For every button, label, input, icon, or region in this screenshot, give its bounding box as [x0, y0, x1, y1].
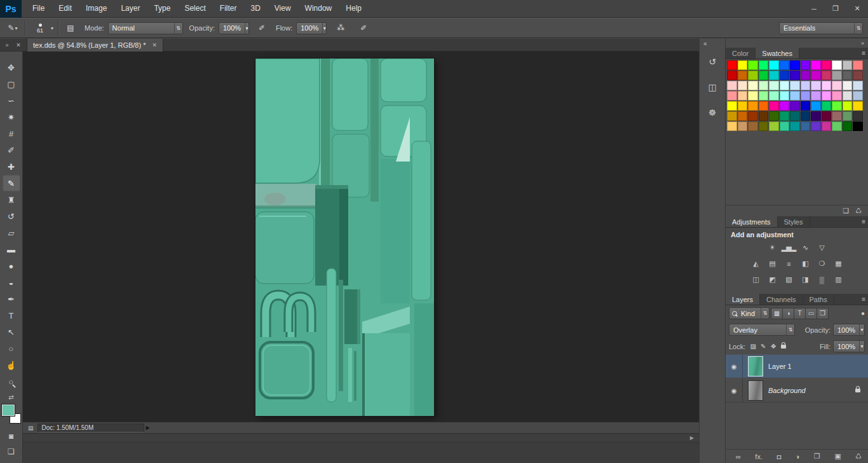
color-swatch[interactable] — [811, 81, 821, 90]
layer-effects-icon[interactable]: fx. — [755, 453, 763, 460]
lock-paint-icon[interactable]: ✎ — [758, 343, 768, 350]
color-swatch[interactable] — [832, 121, 842, 131]
opacity-combo[interactable]: 100% ▾ — [219, 22, 249, 34]
eraser-tool[interactable]: ▱ — [3, 225, 20, 241]
tab-close-icon[interactable]: ✕ — [152, 42, 157, 48]
color-swatch[interactable] — [759, 81, 769, 90]
layer-blend-mode-dropdown[interactable]: Overlay ⇅ — [729, 324, 795, 336]
color-swatch[interactable] — [801, 81, 811, 90]
color-swatch[interactable] — [727, 60, 737, 70]
color-swatch[interactable] — [843, 111, 853, 121]
color-swatch[interactable] — [832, 101, 842, 111]
history-panel-icon[interactable]: ↺ — [704, 53, 721, 70]
color-swatch[interactable] — [759, 121, 769, 131]
foreground-color-swatch[interactable] — [2, 404, 15, 416]
toggle-brush-panel-button[interactable]: ▤ — [63, 20, 78, 36]
color-swatch[interactable] — [738, 91, 748, 100]
color-swatch[interactable] — [738, 81, 748, 90]
blur-tool[interactable]: ● — [3, 258, 20, 274]
restore-icon[interactable]: ❐ — [825, 0, 846, 17]
menu-item[interactable]: Layer — [114, 0, 147, 17]
dodge-tool[interactable]: ◒ — [3, 274, 20, 291]
menu-item[interactable]: Edit — [51, 0, 79, 17]
levels-icon[interactable]: ▂▅▂ — [782, 242, 796, 254]
menu-item[interactable]: Window — [298, 0, 339, 17]
color-lookup-icon[interactable]: ◫ — [749, 273, 763, 286]
color-swatch[interactable] — [759, 71, 769, 80]
color-swatch[interactable] — [790, 111, 800, 121]
delete-swatch-icon[interactable]: ♺ — [855, 207, 862, 215]
color-swatch[interactable] — [790, 60, 800, 70]
color-swatch[interactable] — [769, 121, 779, 131]
color-swatch[interactable] — [811, 71, 821, 80]
threshold-icon[interactable]: ◨ — [798, 273, 813, 286]
tool-presets-panel-icon[interactable]: ☸ — [704, 104, 721, 121]
color-swatch[interactable] — [801, 101, 811, 111]
color-swatch[interactable] — [759, 111, 769, 121]
zoom-tool[interactable]: ○ — [3, 373, 20, 390]
color-swatch[interactable] — [832, 60, 842, 70]
tab-overflow-icon[interactable]: » — [3, 42, 11, 48]
color-swatch[interactable] — [843, 91, 853, 100]
menu-item[interactable]: Type — [147, 0, 177, 17]
minimize-icon[interactable]: ─ — [803, 0, 825, 17]
blend-mode-dropdown[interactable]: Normal ⇅ — [108, 22, 183, 34]
panel-tab[interactable]: Adjustments — [726, 216, 778, 227]
screen-mode-button[interactable]: ❏ — [3, 444, 20, 459]
collapse-panels-icon[interactable]: » — [861, 40, 864, 46]
filter-kind-dropdown[interactable]: Kind ⇅ — [729, 307, 770, 319]
color-swatch[interactable] — [853, 101, 863, 111]
layer-visibility-toggle[interactable]: ◉ — [726, 355, 743, 378]
gradient-map-icon[interactable]: ▒ — [815, 273, 829, 286]
color-swatch[interactable] — [822, 60, 832, 70]
panel-menu-icon[interactable]: ≡ — [862, 216, 865, 228]
color-swatch[interactable] — [790, 101, 800, 111]
color-swatch[interactable] — [748, 111, 758, 121]
rectangular-marquee-tool[interactable]: ▢ — [3, 76, 20, 92]
pressure-opacity-button[interactable]: ✐ — [254, 20, 269, 36]
gradient-tool[interactable]: ▬ — [3, 241, 20, 258]
clone-stamp-tool[interactable]: ♜ — [3, 191, 20, 208]
panel-tab[interactable]: Swatches — [756, 48, 799, 59]
photo-filter-icon[interactable]: ❍ — [815, 258, 829, 270]
color-swatch[interactable] — [801, 111, 811, 121]
color-swatch[interactable] — [801, 71, 811, 80]
color-swatch[interactable] — [822, 91, 832, 100]
color-swatch[interactable] — [801, 60, 811, 70]
color-swatch[interactable] — [748, 71, 758, 80]
color-swatch[interactable] — [769, 60, 779, 70]
properties-panel-icon[interactable]: ◫ — [704, 79, 721, 95]
color-swatch[interactable] — [832, 111, 842, 121]
expand-panels-icon[interactable]: « — [703, 40, 707, 47]
filter-pixel-layers-icon[interactable]: ▦ — [771, 308, 783, 319]
exposure-icon[interactable]: ▽ — [815, 242, 829, 254]
channel-mixer-icon[interactable]: ▦ — [831, 258, 846, 270]
lasso-tool[interactable]: ∽ — [3, 92, 20, 109]
horizontal-scrollbar[interactable]: ▶ — [23, 433, 699, 442]
menu-item[interactable]: Select — [177, 0, 212, 17]
color-swatch[interactable] — [801, 91, 811, 100]
panel-tab[interactable]: Color — [726, 48, 756, 59]
move-tool[interactable]: ✥ — [3, 59, 20, 76]
color-swatch[interactable] — [843, 101, 853, 111]
color-swatch[interactable] — [790, 121, 800, 131]
color-swatch[interactable] — [748, 121, 758, 131]
panel-tab[interactable]: Channels — [760, 294, 803, 305]
color-swatch[interactable] — [759, 91, 769, 100]
color-swatch[interactable] — [790, 91, 800, 100]
color-swatch[interactable] — [780, 121, 790, 131]
color-swatch[interactable] — [843, 81, 853, 90]
pen-tool[interactable]: ✒ — [3, 291, 20, 307]
brush-tool[interactable]: ✎ — [3, 175, 20, 191]
color-swatch[interactable] — [727, 91, 737, 100]
new-layer-icon[interactable]: ▣ — [834, 452, 841, 460]
color-swatch[interactable] — [738, 111, 748, 121]
link-layers-icon[interactable]: ∞ — [736, 453, 741, 460]
color-swatch[interactable] — [769, 71, 779, 80]
color-swatch[interactable] — [738, 101, 748, 111]
new-group-icon[interactable]: ❐ — [814, 452, 820, 460]
panel-menu-icon[interactable]: ≡ — [862, 294, 865, 305]
color-swatch[interactable] — [801, 121, 811, 131]
hand-tool[interactable]: ☝ — [3, 357, 20, 373]
color-swatch[interactable] — [811, 121, 821, 131]
